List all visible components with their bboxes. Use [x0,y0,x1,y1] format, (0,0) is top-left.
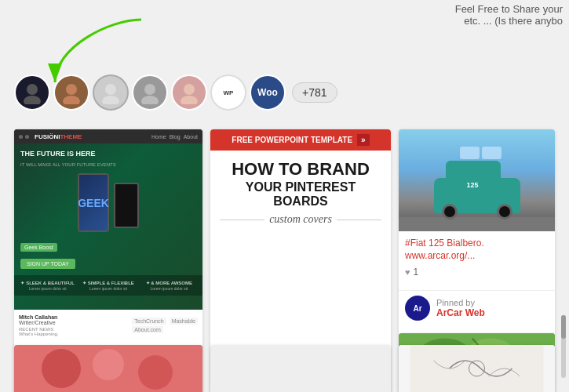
svg-point-2 [24,96,41,104]
car-body: 125 [434,178,520,213]
svg-point-9 [184,84,195,95]
fiat-card-info: #Fiat 125 Bialbero. www.arcar.org/... ♥ … [399,231,555,290]
follower-avatar-wp[interactable]: WP [210,74,246,111]
feat-title-2: ✦ Simple & Flexible [79,280,137,285]
divider-line-left [220,220,264,220]
share-text-line1: Feel Free to Share your [418,3,563,15]
fusion-tagline: The Future is here [20,150,196,158]
share-text-line2: etc. ... (Is there anybo [418,15,563,27]
fusion-phones: GEEK [20,173,196,232]
fiat-pinned-by: Ar Pinned by ArCar Web [399,290,555,325]
car-roof [446,161,501,180]
brand-main-title: HOW TO BRAND [220,160,381,179]
logo-about: About.com [132,326,162,333]
fusion-site-logos: TechCrunch Mashable About.com [132,314,198,336]
logos-row: TechCrunch Mashable [132,318,198,325]
fiat-heart-icon: ♥ [405,267,410,277]
fusion-image: FUSIÖNITHEME Home Blog About The Future … [14,129,202,310]
svg-point-6 [102,96,119,104]
fusion-author-block: Mitch Callahan Writer/Creative RECENT NE… [19,314,127,336]
fusion-nav: Home Blog About [151,134,198,140]
brand-image-area: FREE POWERPOINT TEMPLATE » HOW TO BRAND … [210,129,391,357]
bottom-card-1 [14,345,202,392]
follower-count[interactable]: +781 [292,82,337,103]
fusion-badge: Geek Boost [20,243,57,252]
free-template-label: FREE POWERPOINT TEMPLATE [232,136,352,144]
feat-text-1: Lorem ipsum dolor sit [19,286,76,291]
chevron-icon: » [357,134,370,146]
brand-content: HOW TO BRAND YOUR PINTEREST BOARDS custo… [210,151,391,240]
fusion-features: ✦ Sleek & Beautiful Lorem ipsum dolor si… [14,275,202,296]
nav-item-home[interactable]: Home [151,134,166,140]
follower-avatar-2[interactable] [53,74,89,111]
follower-avatar-4[interactable] [132,74,168,111]
svg-point-10 [181,96,198,104]
feat-text-3: Lorem ipsum dolor sit [140,286,198,291]
arcar-avatar[interactable]: Ar [405,296,430,321]
author-role: Writer/Creative [19,320,56,325]
svg-point-5 [105,84,116,95]
car-wheel-right [497,204,512,220]
brand-divider: custom covers [220,213,381,226]
divider-line-right [337,220,381,220]
fusion-subtitle: IT WILL MAKE ALL YOUR FUTURE EVENTS [20,162,196,167]
bottom-card-3 [399,345,555,392]
svg-point-8 [141,96,159,104]
geek-text: GEEK [78,197,109,209]
fusion-author: Mitch Callahan Writer/Creative [19,314,127,325]
scrollbar[interactable] [561,315,566,378]
bottom-card-2 [210,345,391,392]
fiat-pinned-name[interactable]: ArCar Web [436,307,485,318]
bottom-img-2 [210,345,391,392]
svg-point-3 [66,84,77,95]
author-name: Mitch Callahan [19,314,127,320]
bottom-img-1 [14,345,202,392]
fusion-feat-3: ✦ & More Awsome Lorem ipsum dolor sit [140,280,198,291]
logo-techcrunch: TechCrunch [132,318,166,325]
svg-point-7 [144,84,155,95]
bottom-cards-row [14,345,555,392]
follower-avatar-woo[interactable]: Woo [250,74,286,111]
fusion-header-bar: FUSIÖNITHEME Home Blog About [14,129,202,143]
nav-item-about[interactable]: About [184,134,198,140]
fusion-dot-2 [25,135,29,139]
brand-script-text: custom covers [269,213,332,226]
svg-point-4 [63,96,80,104]
fusion-cta-btn[interactable]: Sign Up Today [20,259,75,269]
followers-row: WP Woo +781 [14,74,337,111]
svg-rect-21 [410,345,544,392]
fusion-body: The Future is here IT WILL MAKE ALL YOUR… [14,143,202,275]
feat-title-3: ✦ & More Awsome [140,280,198,285]
nav-item-blog[interactable]: Blog [170,134,181,140]
svg-point-20 [138,355,173,390]
car-wheel-left [442,204,458,220]
svg-point-18 [42,349,81,388]
fiat-like-count[interactable]: ♥ 1 [405,267,549,278]
fiat-pinned-label: Pinned by [436,298,485,307]
fusion-feat-1: ✦ Sleek & Beautiful Lorem ipsum dolor si… [19,280,76,291]
follower-avatar-1[interactable] [14,74,50,111]
scrollbar-thumb[interactable] [561,315,566,339]
logo-mashable: Mashable [170,318,198,325]
feat-title-1: ✦ Sleek & Beautiful [19,280,76,285]
share-banner: Feel Free to Share your etc. ... (Is the… [412,0,569,30]
fusion-feat-2: ✦ Simple & Flexible Lorem ipsum dolor si… [79,280,137,291]
fiat-title-line1: #Fiat 125 Bialbero. [405,238,484,249]
brand-top-banner: FREE POWERPOINT TEMPLATE » [210,129,391,151]
fiat-title-line2: www.arcar.org/... [405,250,475,261]
arcar-initials: Ar [407,296,429,320]
bottom-img-3 [399,345,555,392]
fusion-logo-text: FUSIÖNITHEME [35,133,82,140]
recent-news-text: What's Happening. [19,332,127,336]
fiat-car-illustration: 125 [434,178,520,225]
fusion-dot-1 [19,135,23,139]
brand-subtitle: YOUR PINTEREST BOARDS [220,180,381,209]
fiat-title: #Fiat 125 Bialbero. www.arcar.org/... [405,238,549,262]
follower-avatar-5[interactable] [171,74,207,111]
car-window-right [482,147,502,159]
follower-avatar-3[interactable] [93,74,129,111]
svg-point-19 [93,349,124,380]
arcar-pinner-info: Pinned by ArCar Web [436,298,485,318]
svg-point-1 [27,84,38,95]
phone-small [114,183,139,228]
